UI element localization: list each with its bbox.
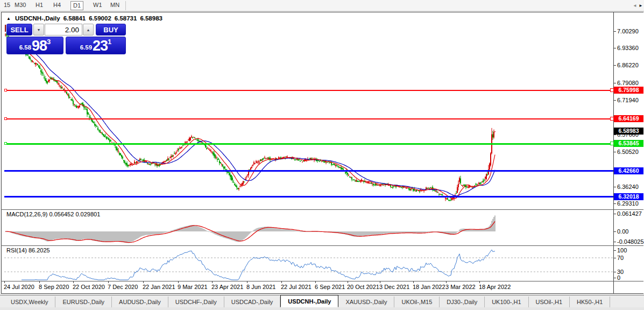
price-tick-label: 6.29310: [617, 200, 639, 207]
chart-tab-usdchf-daily[interactable]: USDCHF-,Daily: [168, 297, 224, 307]
price-tick-label: 6.79080: [617, 80, 639, 86]
price-tick-label: 6.86220: [617, 62, 639, 68]
price-tick-mark: [614, 83, 616, 83]
chart-title: ▲ USDCNH-,Daily 6.58841 6.59002 6.58731 …: [6, 15, 162, 22]
date-tick-mark: [315, 281, 316, 283]
price-level-badge: 6.64169: [614, 115, 643, 122]
horizontal-level-line[interactable]: [4, 170, 613, 172]
timeframe-button-h1[interactable]: H1: [33, 1, 45, 10]
chart-tab-bar: USDX,WeeklyEURUSD-,DailyAUDUSD-,DailyUSD…: [0, 295, 644, 307]
horizontal-level-line[interactable]: [4, 90, 613, 91]
price-tick-mark: [614, 48, 616, 48]
macd-scale-label: 0.061427: [617, 210, 642, 217]
chart-macd-splitter[interactable]: [1, 209, 643, 210]
buy-price-display[interactable]: 6.59 23 1: [66, 37, 126, 54]
price-tick-label: 7.00290: [617, 28, 639, 34]
price-tick-mark: [614, 203, 616, 204]
symbol-period-label: USDCNH-,Daily: [15, 15, 60, 22]
line-edge-marker: [5, 25, 6, 32]
rsi-indicator-canvas[interactable]: [2, 246, 613, 280]
date-tick-mark: [212, 281, 213, 283]
date-label: 24 Jul 2020: [4, 284, 34, 290]
date-tick-mark: [281, 281, 282, 283]
date-tick-mark: [143, 281, 144, 283]
current-price-badge: 6.58983: [614, 128, 643, 135]
collapse-panel-icon[interactable]: ▲: [6, 16, 11, 21]
price-level-badge: 6.42660: [614, 167, 643, 174]
ohlc-high: 6.59002: [89, 15, 111, 22]
timeframe-button-w1[interactable]: W1: [91, 1, 104, 10]
macd-scale-label: 0.00: [617, 228, 628, 235]
sell-button[interactable]: SELL: [6, 24, 32, 36]
sell-price-pips: 98: [32, 39, 47, 53]
date-label: 18 Jan 2022: [413, 284, 445, 290]
date-label: 7 Dec 2020: [108, 284, 138, 290]
date-label: 3 Mar 2022: [445, 284, 476, 290]
volume-input[interactable]: [45, 24, 82, 36]
chart-tab-usdcnh-daily[interactable]: USDCNH-,Daily: [280, 295, 338, 307]
price-level-badge: 6.32018: [614, 193, 643, 200]
rsi-scale-label-tick: [614, 278, 616, 278]
buy-button[interactable]: BUY: [96, 24, 126, 36]
chart-tab-usdcad-daily[interactable]: USDCAD-,Daily: [224, 297, 281, 307]
level-right-handle[interactable]: [610, 117, 614, 121]
sell-price-point: 3: [47, 38, 51, 46]
level-right-handle[interactable]: [610, 142, 614, 145]
date-label: 3 Dec 2021: [379, 284, 409, 290]
date-label: 20 Oct 2021: [347, 284, 379, 290]
ohlc-close: 6.58983: [140, 15, 162, 22]
chart-tab-ukoil-m15[interactable]: UKOil-,M15: [394, 297, 440, 307]
date-tick-mark: [73, 281, 74, 283]
timeframe-button-d1[interactable]: D1: [70, 1, 83, 10]
date-tick-mark: [446, 281, 447, 283]
horizontal-level-line[interactable]: [4, 196, 613, 198]
date-label: 22 Oct 2020: [73, 284, 105, 290]
date-label: 18 Apr 2022: [479, 284, 511, 290]
level-left-handle[interactable]: [4, 142, 7, 145]
tab-scroll-left-icon[interactable]: ◄: [633, 3, 637, 8]
chart-tab-dj30-daily[interactable]: DJ30-,Daily: [440, 297, 485, 307]
price-level-badge: 6.53845: [614, 140, 643, 147]
sell-price-display[interactable]: 6.58 98 3: [6, 37, 63, 54]
chart-tab-eurusd-daily[interactable]: EURUSD-,Daily: [55, 297, 112, 307]
price-tick-mark: [614, 100, 616, 101]
ohlc-low: 6.58731: [115, 15, 137, 22]
date-tick-mark: [178, 281, 179, 283]
horizontal-level-line[interactable]: [4, 143, 613, 145]
price-tick-mark: [614, 135, 616, 135]
chart-tab-hk50-h1[interactable]: HK50-,H1: [570, 297, 610, 307]
date-tick-mark: [39, 281, 40, 283]
volume-decrease-button[interactable]: ▼: [33, 24, 44, 36]
level-left-handle[interactable]: [4, 89, 7, 91]
chevron-up-icon: ▲: [87, 28, 90, 32]
status-strip: [0, 307, 644, 310]
chart-tab-usdx-weekly[interactable]: USDX,Weekly: [4, 297, 55, 307]
timeframe-button-m30[interactable]: M30: [12, 1, 28, 10]
timeframe-button-mn[interactable]: MN: [108, 1, 122, 10]
macd-rsi-splitter[interactable]: [1, 245, 643, 246]
price-tick-label: 6.93360: [617, 45, 639, 51]
toolbar-separator: [125, 1, 126, 10]
date-tick-mark: [348, 281, 348, 283]
horizontal-level-line[interactable]: [4, 118, 613, 119]
buy-price-point: 1: [108, 38, 111, 46]
chart-tab-xauusd-daily[interactable]: XAUUSD-,Daily: [338, 297, 394, 307]
timeframe-button-h4[interactable]: H4: [51, 1, 63, 10]
level-right-handle[interactable]: [610, 88, 614, 92]
chevron-down-icon: ▼: [37, 28, 41, 32]
price-tick-label: 6.71940: [617, 97, 639, 103]
rsi-scale-label-tick: [614, 250, 616, 251]
timeframe-button-15[interactable]: 15: [2, 1, 12, 10]
price-tick-mark: [614, 187, 616, 187]
tab-scroll-right-icon[interactable]: ►: [639, 3, 643, 8]
level-left-handle[interactable]: [4, 117, 7, 120]
date-tick-mark: [108, 281, 109, 283]
chart-tab-usoil-h1[interactable]: USOil-,H1: [529, 297, 570, 307]
rsi-label: RSI(14) 86.2025: [6, 247, 50, 253]
chart-tab-uk100-h1[interactable]: UK100-,H1: [485, 297, 528, 307]
volume-increase-button[interactable]: ▲: [83, 24, 94, 36]
price-tick-mark: [614, 65, 616, 66]
date-label: 6 Sep 2021: [315, 284, 345, 290]
chart-tab-audusd-daily[interactable]: AUDUSD-,Daily: [112, 297, 168, 307]
price-level-badge: 6.75998: [614, 87, 643, 94]
